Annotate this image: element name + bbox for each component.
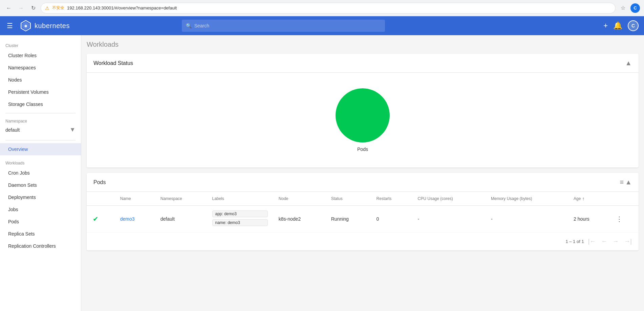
logo-area[interactable]: ⎈ kubernetes	[20, 20, 70, 32]
sidebar-item-label: Pods	[8, 219, 19, 224]
label-chip-name: name: demo3	[212, 219, 268, 226]
workloads-section-label: Workloads	[0, 155, 81, 167]
pod-status-cell: Running	[326, 206, 371, 232]
search-box[interactable]: 🔍	[182, 20, 385, 32]
notifications-button[interactable]: 🔔	[613, 21, 622, 30]
sidebar-item-daemon-sets[interactable]: Daemon Sets	[0, 179, 81, 191]
sidebar-item-cluster-roles[interactable]: Cluster Roles	[0, 49, 81, 62]
sidebar-item-label: Storage Classes	[8, 102, 43, 107]
pagination-row: 1 – 1 of 1 |← ← → →|	[87, 232, 639, 250]
sidebar-item-label: Nodes	[8, 77, 22, 83]
header-actions: + 🔔 C	[603, 20, 639, 31]
pod-name-link[interactable]: demo3	[120, 216, 135, 222]
row-more-button[interactable]: ⋮	[616, 215, 623, 223]
pods-collapse-button[interactable]: ▲	[625, 178, 632, 186]
workload-status-card: Workload Status ▲ Pods	[87, 54, 639, 168]
table-row: ✔ demo3 default app: demo3 name: demo3	[87, 206, 639, 232]
reload-button[interactable]: ↻	[28, 3, 38, 13]
security-warning-icon: ⚠	[45, 5, 49, 11]
sidebar-item-namespaces[interactable]: Namespaces	[0, 62, 81, 74]
pods-status-chart: Pods	[336, 88, 390, 152]
main-content: Workloads Workload Status ▲ Pods Pods	[81, 35, 644, 311]
last-page-button[interactable]: →|	[623, 237, 633, 246]
workload-status-actions: ▲	[625, 59, 632, 67]
sidebar-item-cron-jobs[interactable]: Cron Jobs	[0, 167, 81, 179]
col-memory-header: Memory Usage (bytes)	[486, 192, 568, 206]
filter-button[interactable]: ≡	[620, 178, 624, 186]
sidebar-item-label: Deployments	[8, 195, 36, 200]
sidebar-item-jobs[interactable]: Jobs	[0, 203, 81, 216]
sidebar-item-label: Cron Jobs	[8, 170, 30, 176]
bookmark-button[interactable]: ☆	[618, 3, 628, 13]
label-list: app: demo3 name: demo3	[212, 210, 268, 227]
sidebar: Cluster Cluster Roles Namespaces Nodes P…	[0, 35, 81, 311]
sidebar-item-label: Namespaces	[8, 65, 36, 70]
sidebar-item-nodes[interactable]: Nodes	[0, 74, 81, 86]
namespace-dropdown-icon: ▼	[69, 126, 76, 133]
sidebar-item-label: Overview	[8, 147, 28, 152]
workload-status-header: Workload Status ▲	[87, 54, 639, 73]
col-status-header: Status	[326, 192, 371, 206]
namespace-select[interactable]: default ▼	[5, 125, 76, 135]
sidebar-item-overview[interactable]: Overview	[0, 143, 81, 155]
workload-status-content: Pods	[87, 73, 639, 168]
sidebar-item-label: Jobs	[8, 207, 18, 212]
col-namespace-header: Namespace	[155, 192, 207, 206]
user-avatar[interactable]: C	[628, 20, 639, 31]
col-actions-header	[610, 192, 639, 206]
first-page-button[interactable]: |←	[587, 237, 597, 246]
url-text: 192.168.220.143:30001/#/overview?namespa…	[67, 5, 177, 10]
sidebar-item-pods[interactable]: Pods	[0, 216, 81, 228]
prev-page-button[interactable]: ←	[600, 237, 608, 246]
pod-restarts-cell: 0	[371, 206, 412, 232]
pod-node-cell: k8s-node2	[273, 206, 326, 232]
kubernetes-logo-icon: ⎈	[20, 20, 32, 32]
sidebar-item-deployments[interactable]: Deployments	[0, 191, 81, 203]
sidebar-divider-2	[5, 140, 76, 140]
col-name-header: Name	[115, 192, 155, 206]
sidebar-item-label: Replication Controllers	[8, 243, 56, 249]
sidebar-item-replication-controllers[interactable]: Replication Controllers	[0, 240, 81, 252]
table-header-row: Name Namespace Labels Node Status Restar…	[87, 192, 639, 206]
collapse-button[interactable]: ▲	[625, 59, 632, 67]
cluster-section-label: Cluster	[0, 38, 81, 49]
browser-profile-button[interactable]: C	[630, 3, 640, 13]
pod-actions-cell: ⋮	[610, 206, 639, 232]
row-status-icon-cell: ✔	[87, 206, 115, 232]
age-sort-icon: ↑	[582, 196, 584, 201]
age-sort-header: Age ↑	[574, 196, 605, 201]
namespace-label: Namespace	[5, 119, 76, 124]
forward-button[interactable]: →	[16, 3, 26, 13]
col-cpu-header: CPU Usage (cores)	[412, 192, 486, 206]
sidebar-item-storage-classes[interactable]: Storage Classes	[0, 98, 81, 110]
page-section: Cluster Cluster Roles Namespaces Nodes P…	[0, 35, 644, 311]
back-button[interactable]: ←	[4, 3, 14, 13]
pods-status-circle	[336, 88, 390, 142]
pods-card: Pods ≡ ▲ Name Namespace Labels Node Stat…	[87, 173, 639, 250]
col-restarts-header: Restarts	[371, 192, 412, 206]
menu-button[interactable]: ☰	[5, 20, 14, 31]
next-page-button[interactable]: →	[611, 237, 620, 246]
pod-namespace-cell: default	[155, 206, 207, 232]
search-input[interactable]	[194, 23, 381, 28]
add-button[interactable]: +	[603, 21, 608, 30]
sidebar-item-persistent-volumes[interactable]: Persistent Volumes	[0, 86, 81, 98]
sidebar-item-replica-sets[interactable]: Replica Sets	[0, 228, 81, 240]
sidebar-item-label: Persistent Volumes	[8, 89, 49, 95]
security-warning-text: 不安全	[52, 5, 64, 11]
address-bar[interactable]: ⚠ 不安全 192.168.220.143:30001/#/overview?n…	[41, 3, 616, 14]
pods-header-actions: ≡ ▲	[620, 178, 632, 186]
sidebar-divider-1	[5, 113, 76, 113]
page-title: Workloads	[87, 41, 639, 48]
sidebar-item-label: Cluster Roles	[8, 53, 37, 58]
col-labels-header: Labels	[207, 192, 273, 206]
sidebar-item-label: Daemon Sets	[8, 182, 37, 188]
pods-table: Name Namespace Labels Node Status Restar…	[87, 192, 639, 232]
running-status-icon: ✔	[92, 216, 99, 222]
pagination-text: 1 – 1 of 1	[565, 239, 584, 244]
pod-labels-cell: app: demo3 name: demo3	[207, 206, 273, 232]
app-title: kubernetes	[35, 22, 70, 30]
browser-chrome: ← → ↻ ⚠ 不安全 192.168.220.143:30001/#/over…	[0, 0, 644, 16]
header-search: 🔍	[182, 20, 385, 32]
search-icon: 🔍	[186, 23, 192, 28]
